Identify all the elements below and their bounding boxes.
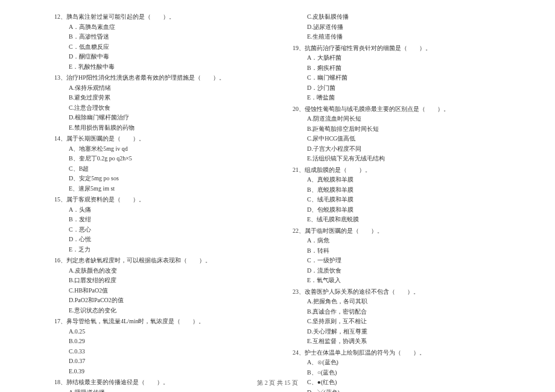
option: E．嗜盐菌: [293, 93, 501, 103]
option: B.真诚合作，密切配合: [293, 307, 501, 317]
question-text: 24、护士在体温单上绘制肛温的符号为（ ）。: [293, 348, 501, 358]
question-16: 16、判定患者缺氧程度时，可以根据临床表现和（ ）。 A.皮肤颜色的改变 B.口…: [54, 256, 262, 315]
page-container: 12、胰岛素注射过量可能引起的是（ ）。 A．高胰岛素血症 B．高渗性昏迷 C．…: [0, 12, 555, 392]
option: E．乏力: [54, 245, 262, 255]
option: B．转科: [293, 246, 501, 256]
option: E.0.39: [54, 367, 262, 377]
option: D．流质饮食: [293, 266, 501, 276]
option: E.活组织镜下见有无绒毛结构: [293, 154, 501, 164]
option: B.避免过度劳累: [54, 93, 262, 103]
option: B．痢疾杆菌: [293, 63, 501, 74]
option: D．酮症酸中毒: [54, 52, 262, 62]
option: A.把握角色，各司其职: [293, 297, 501, 307]
option: C．低血糖反应: [54, 42, 262, 52]
question-20: 20、侵蚀性葡萄胎与绒毛膜癌最主要的区别点是（ ）。 A.阴道流血时间长短 B.…: [293, 104, 501, 164]
question-text: 14、属于长期医嘱的是（ ）。: [54, 134, 262, 144]
option: C、B超: [54, 164, 262, 174]
option: E.意识状态的变化: [54, 306, 262, 316]
option: E、速尿5mg im st: [54, 184, 262, 194]
question-text: 22、属于临时医嘱的是（ ）。: [293, 226, 501, 236]
option: B.0.29: [54, 337, 262, 347]
option: B．发绀: [54, 215, 262, 225]
option: C.皮肤黏膜传播: [293, 12, 501, 22]
question-text: 21、组成胎膜的是（ ）。: [293, 165, 501, 175]
option: A.呼吸道传播: [54, 388, 262, 393]
option: B.距葡萄胎排空后时间长短: [293, 124, 501, 134]
option: B、奎尼丁0.2g po q2h×5: [54, 154, 262, 164]
question-15: 15、属于客观资料的是（ ）。 A．头痛 B．发绀 C．恶心 D．心慌 E．乏力: [54, 195, 262, 254]
option: C.HB和PaO2值: [54, 286, 262, 296]
question-21: 21、组成胎膜的是（ ）。 A、真蜕膜和羊膜 B、底蜕膜和羊膜 C、绒毛膜和羊膜…: [293, 165, 501, 225]
option: D.PaO2和PaCO2的值: [54, 296, 262, 306]
question-text: 12、胰岛素注射过量可能引起的是（ ）。: [54, 12, 262, 22]
option: B.口唇发绀的程度: [54, 276, 262, 286]
option: B、底蜕膜和羊膜: [293, 185, 501, 195]
left-column: 12、胰岛素注射过量可能引起的是（ ）。 A．高胰岛素血症 B．高渗性昏迷 C．…: [54, 12, 262, 392]
question-text: 17、鼻导管给氧，氧流量4L/min时，氧浓度是（ ）。: [54, 317, 262, 327]
option: A．病危: [293, 236, 501, 246]
option: D.0.37: [54, 356, 262, 367]
question-19: 19、抗菌药治疗萎缩性胃炎针对的细菌是（ ）。 A．大肠杆菌 B．痢疾杆菌 C．…: [293, 43, 501, 103]
option: E.生殖道传播: [293, 32, 501, 42]
option: E.互相监督，协调关系: [293, 337, 501, 347]
option: D、包蜕膜和羊膜: [293, 205, 501, 215]
option: D、╳(蓝色): [293, 388, 501, 393]
option: C．恶心: [54, 225, 262, 235]
option: D、安定5mg po sos: [54, 174, 262, 184]
option: B．高渗性昏迷: [54, 32, 262, 42]
option: A．大肠杆菌: [293, 53, 501, 63]
option: A、地塞米松5mg iv qd: [54, 144, 262, 154]
option: E．氧气吸入: [293, 276, 501, 286]
option: C.尿中HCG值高低: [293, 134, 501, 144]
option: D．心慌: [54, 235, 262, 245]
question-text: 20、侵蚀性葡萄胎与绒毛膜癌最主要的区别点是（ ）。: [293, 104, 501, 115]
question-12: 12、胰岛素注射过量可能引起的是（ ）。 A．高胰岛素血症 B．高渗性昏迷 C．…: [54, 12, 262, 72]
question-text: 15、属于客观资料的是（ ）。: [54, 195, 262, 205]
option: A．高胰岛素血症: [54, 22, 262, 33]
option: A.0.25: [54, 327, 262, 337]
option: D.根除幽门螺杆菌治疗: [54, 113, 262, 123]
question-text: 19、抗菌药治疗萎缩性胃炎针对的细菌是（ ）。: [293, 43, 501, 54]
page-footer: 第 2 页 共 15 页: [0, 379, 555, 387]
option: E.禁用损伤胃黏膜的药物: [54, 123, 262, 133]
question-17: 17、鼻导管给氧，氧流量4L/min时，氧浓度是（ ）。 A.0.25 B.0.…: [54, 317, 262, 376]
option: D．沙门菌: [293, 83, 501, 93]
option: A.皮肤颜色的改变: [54, 266, 262, 276]
question-23: 23、改善医护人际关系的途径不包含（ ）。 A.把握角色，各司其职 B.真诚合作…: [293, 287, 501, 347]
option: A、真蜕膜和羊膜: [293, 175, 501, 185]
option: A.保持乐观情绪: [54, 83, 262, 93]
option: E、绒毛膜和底蜕膜: [293, 215, 501, 225]
question-13: 13、治疗HP阳性消化性溃疡患者最有效的护理措施是（ ）。 A.保持乐观情绪 B…: [54, 73, 262, 133]
option: C．幽门螺杆菌: [293, 73, 501, 83]
question-text: 23、改善医护人际关系的途径不包含（ ）。: [293, 287, 501, 297]
question-18-cont: C.皮肤黏膜传播 D.泌尿道传播 E.生殖道传播: [293, 12, 501, 42]
option: A、⊙(蓝色): [293, 358, 501, 368]
option: B、○(蓝色): [293, 368, 501, 378]
option: C、绒毛膜和羊膜: [293, 195, 501, 205]
option: C.0.33: [54, 347, 262, 357]
option: A．头痛: [54, 205, 262, 215]
option: C．一级护理: [293, 256, 501, 266]
option: C.注意合理饮食: [54, 103, 262, 113]
option: D.子宫大小程度不同: [293, 144, 501, 154]
question-14: 14、属于长期医嘱的是（ ）。 A、地塞米松5mg iv qd B、奎尼丁0.2…: [54, 134, 262, 194]
option: C.坚持原则，互不相让: [293, 317, 501, 327]
option: D.关心理解，相互尊重: [293, 327, 501, 337]
right-column: C.皮肤黏膜传播 D.泌尿道传播 E.生殖道传播 19、抗菌药治疗萎缩性胃炎针对…: [293, 12, 501, 392]
option: A.阴道流血时间长短: [293, 114, 501, 124]
question-22: 22、属于临时医嘱的是（ ）。 A．病危 B．转科 C．一级护理 D．流质饮食 …: [293, 226, 501, 286]
question-text: 13、治疗HP阳性消化性溃疡患者最有效的护理措施是（ ）。: [54, 73, 262, 83]
question-text: 16、判定患者缺氧程度时，可以根据临床表现和（ ）。: [54, 256, 262, 266]
option: D.泌尿道传播: [293, 22, 501, 33]
option: E．乳酸性酸中毒: [54, 62, 262, 72]
